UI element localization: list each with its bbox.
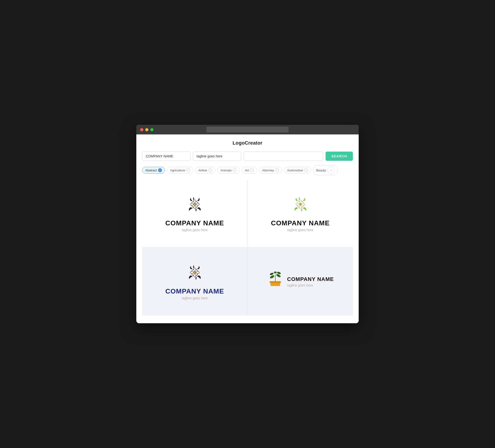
- svg-point-5: [196, 203, 199, 205]
- svg-point-8: [300, 200, 302, 203]
- svg-point-16: [190, 271, 193, 273]
- svg-point-4: [190, 203, 193, 205]
- filter-label: Automotive: [287, 168, 303, 172]
- svg-point-2: [194, 200, 196, 203]
- check-icon-automotive: [304, 168, 308, 172]
- app-title: LogoCreator: [142, 140, 353, 146]
- svg-point-17: [196, 271, 199, 273]
- svg-point-25: [274, 271, 277, 273]
- filter-chip-agriculture[interactable]: Agriculture: [167, 167, 193, 174]
- svg-point-14: [194, 268, 196, 271]
- logo-card-1[interactable]: COMPANY NAME tagline goes here: [142, 180, 247, 247]
- check-icon-animals: [233, 168, 237, 172]
- maximize-button[interactable]: [150, 128, 153, 131]
- logo-card-3[interactable]: COMPANY NAME tagline goes here: [142, 248, 247, 316]
- filter-chip-automotive[interactable]: Automotive: [284, 167, 311, 174]
- close-button[interactable]: [140, 128, 143, 131]
- url-bar[interactable]: [206, 127, 289, 132]
- filter-label: Art: [245, 168, 249, 172]
- svg-point-15: [194, 274, 196, 277]
- app-window: LogoCreator SEARCH Abstract Agriculture …: [136, 125, 359, 323]
- svg-point-13: [193, 271, 196, 274]
- svg-point-1: [193, 203, 196, 206]
- search-bar: SEARCH: [142, 152, 353, 161]
- tagline-4: tagline goes here: [287, 283, 334, 287]
- filter-bar: Abstract Agriculture Airline Animals Art…: [142, 165, 353, 175]
- search-button[interactable]: SEARCH: [326, 152, 353, 161]
- tagline-3: tagline goes here: [182, 296, 208, 300]
- company-name-input[interactable]: [142, 152, 191, 161]
- filter-chip-airline[interactable]: Airline: [195, 167, 215, 174]
- filter-label: Attorney: [262, 168, 274, 172]
- svg-point-11: [302, 203, 305, 205]
- filter-label: Beauty: [316, 168, 326, 172]
- filter-chip-attorney[interactable]: Attorney: [259, 167, 282, 174]
- logo-row-4: COMPANY NAME tagline goes here: [267, 270, 334, 294]
- filter-label: Animals: [220, 168, 232, 172]
- check-icon-art: [250, 168, 254, 172]
- check-icon-airline: [208, 168, 212, 172]
- company-name-3: COMPANY NAME: [165, 287, 224, 295]
- logo-icon-3: [184, 263, 206, 284]
- company-name-2: COMPANY NAME: [271, 219, 330, 227]
- svg-point-7: [299, 203, 302, 206]
- filter-chip-art[interactable]: Art: [242, 167, 257, 174]
- logo-text-group-4: COMPANY NAME tagline goes here: [287, 276, 334, 287]
- svg-point-10: [296, 203, 299, 205]
- logo-icon-1: [184, 195, 206, 215]
- check-icon-abstract: [158, 168, 162, 172]
- tagline-input[interactable]: [193, 152, 241, 161]
- company-name-1: COMPANY NAME: [165, 219, 224, 227]
- logo-card-4[interactable]: COMPANY NAME tagline goes here: [248, 248, 353, 316]
- tagline-2: tagline goes here: [287, 228, 313, 232]
- filter-chip-abstract[interactable]: Abstract: [142, 167, 165, 174]
- company-name-4: COMPANY NAME: [287, 276, 334, 282]
- svg-point-26: [272, 277, 272, 277]
- logo-icon-2: [289, 195, 311, 215]
- titlebar: [136, 125, 359, 134]
- check-icon-attorney: [275, 168, 279, 172]
- svg-point-27: [278, 275, 279, 276]
- filter-chip-animals[interactable]: Animals: [217, 167, 240, 174]
- svg-point-23: [270, 272, 274, 276]
- svg-point-9: [300, 206, 302, 209]
- logo-grid: COMPANY NAME tagline goes here: [142, 180, 353, 316]
- check-icon-agriculture: [186, 168, 190, 172]
- filter-next-arrow[interactable]: →: [327, 167, 334, 174]
- logo-icon-4: [267, 270, 284, 290]
- filter-chip-beauty[interactable]: Beauty →: [313, 165, 337, 175]
- tagline-1: tagline goes here: [182, 228, 208, 232]
- keyword-input[interactable]: [244, 152, 323, 161]
- filter-label: Agriculture: [170, 168, 185, 172]
- svg-rect-19: [270, 281, 281, 283]
- app-content: LogoCreator SEARCH Abstract Agriculture …: [136, 134, 359, 323]
- minimize-button[interactable]: [145, 128, 148, 131]
- svg-point-3: [194, 206, 196, 209]
- filter-label: Abstract: [145, 168, 157, 172]
- filter-label: Airline: [198, 168, 207, 172]
- logo-card-2[interactable]: COMPANY NAME tagline goes here: [248, 180, 353, 247]
